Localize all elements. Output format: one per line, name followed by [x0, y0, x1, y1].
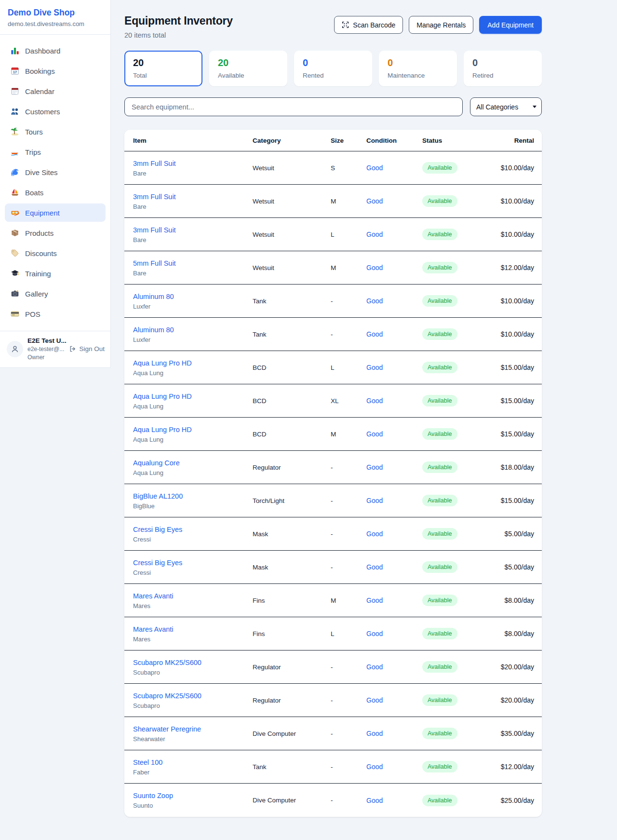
status-badge: Available — [422, 162, 457, 174]
stat-label: Total — [133, 72, 194, 79]
item-name-link[interactable]: Aqua Lung Pro HD — [133, 359, 192, 367]
stat-label: Rented — [303, 72, 363, 79]
stat-card-retired[interactable]: 0 Retired — [464, 51, 542, 86]
add-equipment-button[interactable]: Add Equipment — [479, 16, 542, 34]
cell-size: - — [331, 697, 366, 704]
condition-link[interactable]: Good — [366, 630, 383, 637]
page-header: Equipment Inventory 20 items total Scan … — [124, 14, 542, 39]
table-row: 3mm Full Suit Bare Wetsuit M Good Availa… — [124, 185, 542, 218]
cell-category: Dive Computer — [253, 797, 331, 804]
sidebar-item-training[interactable]: Training — [5, 264, 106, 283]
table-row: Scubapro MK25/S600 Scubapro Regulator - … — [124, 684, 542, 717]
stat-card-total[interactable]: 20 Total — [124, 51, 202, 86]
cell-size: L — [331, 630, 366, 637]
item-brand: Aqua Lung — [133, 369, 253, 377]
sidebar-item-equipment[interactable]: Equipment — [5, 203, 106, 222]
item-name-link[interactable]: Mares Avanti — [133, 592, 174, 600]
sidebar-item-pos[interactable]: POS — [5, 305, 106, 323]
sidebar-item-gallery[interactable]: Gallery — [5, 285, 106, 303]
item-brand: Bare — [133, 203, 253, 210]
item-name-link[interactable]: Aluminum 80 — [133, 293, 174, 300]
status-badge: Available — [422, 195, 457, 207]
condition-link[interactable]: Good — [366, 696, 383, 704]
sidebar-item-tours[interactable]: Tours — [5, 122, 106, 141]
items-total: 20 items total — [124, 31, 233, 39]
cell-category: Mask — [253, 530, 331, 538]
table-body: 3mm Full Suit Bare Wetsuit S Good Availa… — [124, 151, 542, 817]
condition-link[interactable]: Good — [366, 730, 383, 737]
dive-mask-icon — [11, 208, 19, 217]
scan-barcode-label: Scan Barcode — [353, 21, 395, 29]
condition-link[interactable]: Good — [366, 763, 383, 771]
condition-link[interactable]: Good — [366, 463, 383, 471]
item-name-link[interactable]: Aqualung Core — [133, 459, 180, 467]
item-brand: Bare — [133, 170, 253, 177]
stat-card-rented[interactable]: 0 Rented — [294, 51, 372, 86]
cell-size: - — [331, 730, 366, 737]
sidebar: Demo Dive Shop demo.test.divestreams.com… — [0, 0, 111, 368]
category-select[interactable]: All Categories — [470, 97, 542, 116]
item-name-link[interactable]: Aluminum 80 — [133, 326, 174, 334]
item-brand: Scubapro — [133, 669, 253, 676]
condition-link[interactable]: Good — [366, 164, 383, 172]
condition-link[interactable]: Good — [366, 397, 383, 405]
sidebar-item-boats[interactable]: Boats — [5, 183, 106, 202]
sidebar-item-customers[interactable]: Customers — [5, 102, 106, 121]
brand[interactable]: Demo Dive Shop — [8, 8, 103, 18]
item-name-link[interactable]: Shearwater Peregrine — [133, 725, 201, 733]
item-name-link[interactable]: BigBlue AL1200 — [133, 492, 183, 500]
sidebar-item-bookings[interactable]: 17 Bookings — [5, 62, 106, 80]
status-badge: Available — [422, 328, 457, 340]
item-name-link[interactable]: 5mm Full Suit — [133, 259, 176, 267]
cell-rental: $25.00/day — [491, 797, 534, 804]
sidebar-item-trips[interactable]: Trips — [5, 143, 106, 161]
item-name-link[interactable]: Aqua Lung Pro HD — [133, 393, 192, 400]
item-name-link[interactable]: Aqua Lung Pro HD — [133, 426, 192, 434]
condition-link[interactable]: Good — [366, 497, 383, 504]
table-row: Aqua Lung Pro HD Aqua Lung BCD L Good Av… — [124, 351, 542, 384]
cell-size: - — [331, 331, 366, 338]
equipment-table: Item Category Size Condition Status Rent… — [124, 130, 542, 817]
user-meta: E2E Test U... e2e-tester@... Owner — [27, 337, 65, 361]
cell-size: - — [331, 298, 366, 305]
item-name-link[interactable]: 3mm Full Suit — [133, 193, 176, 201]
condition-link[interactable]: Good — [366, 530, 383, 538]
search-input[interactable] — [124, 97, 463, 116]
condition-link[interactable]: Good — [366, 663, 383, 671]
item-name-link[interactable]: Cressi Big Eyes — [133, 526, 182, 533]
condition-link[interactable]: Good — [366, 264, 383, 271]
sidebar-item-products[interactable]: Products — [5, 224, 106, 242]
stat-card-maintenance[interactable]: 0 Maintenance — [379, 51, 457, 86]
item-name-link[interactable]: Steel 100 — [133, 759, 162, 766]
condition-link[interactable]: Good — [366, 230, 383, 238]
item-name-link[interactable]: 3mm Full Suit — [133, 160, 176, 167]
item-name-link[interactable]: Cressi Big Eyes — [133, 559, 182, 567]
sidebar-item-dashboard[interactable]: Dashboard — [5, 41, 106, 60]
condition-link[interactable]: Good — [366, 330, 383, 338]
item-brand: Bare — [133, 270, 253, 277]
sidebar-item-calendar[interactable]: Calendar — [5, 82, 106, 100]
sidebar-item-discounts[interactable]: Discounts — [5, 244, 106, 262]
status-badge: Available — [422, 229, 457, 240]
cell-rental: $15.00/day — [491, 497, 534, 504]
item-name-link[interactable]: Mares Avanti — [133, 625, 174, 633]
stat-card-available[interactable]: 20 Available — [209, 51, 287, 86]
condition-link[interactable]: Good — [366, 430, 383, 438]
item-name-link[interactable]: Scubapro MK25/S600 — [133, 692, 201, 700]
item-name-link[interactable]: 3mm Full Suit — [133, 226, 176, 234]
user-role: Owner — [27, 354, 65, 361]
condition-link[interactable]: Good — [366, 797, 383, 804]
item-name-link[interactable]: Scubapro MK25/S600 — [133, 659, 201, 666]
condition-link[interactable]: Good — [366, 197, 383, 205]
sign-out-button[interactable]: Sign Out — [69, 345, 105, 352]
item-brand: BigBlue — [133, 502, 253, 510]
condition-link[interactable]: Good — [366, 563, 383, 571]
item-name-link[interactable]: Suunto Zoop — [133, 792, 173, 799]
cell-size: - — [331, 763, 366, 771]
condition-link[interactable]: Good — [366, 596, 383, 604]
manage-rentals-button[interactable]: Manage Rentals — [409, 16, 473, 34]
scan-barcode-button[interactable]: Scan Barcode — [334, 16, 403, 34]
sidebar-item-dive-sites[interactable]: Dive Sites — [5, 163, 106, 181]
condition-link[interactable]: Good — [366, 364, 383, 371]
condition-link[interactable]: Good — [366, 297, 383, 305]
